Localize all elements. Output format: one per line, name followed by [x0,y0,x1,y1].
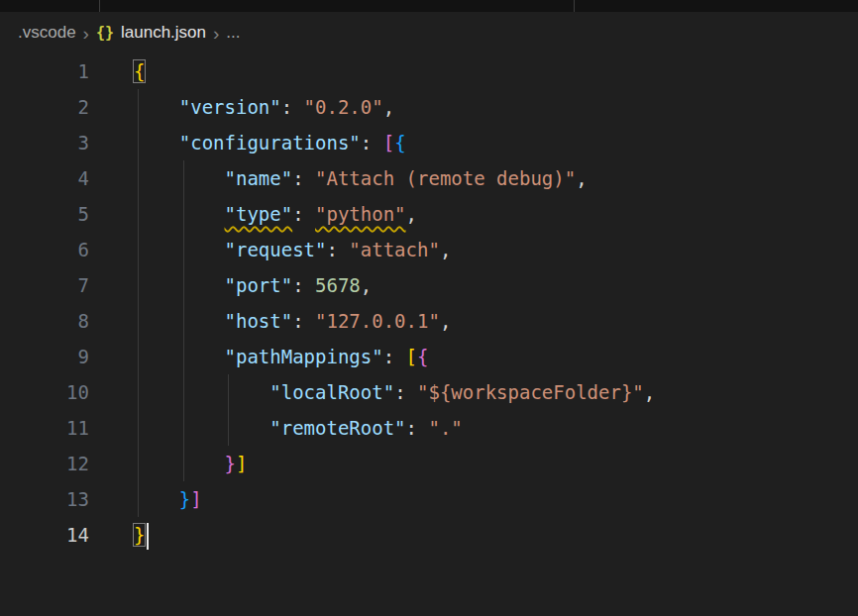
code-token: [ [406,346,417,367]
code-token: "python" [315,203,406,225]
line-number[interactable]: 14 [0,517,89,553]
code-token: "version" [179,96,281,118]
breadcrumb: .vscode › {} launch.json › ... [0,12,858,53]
code-token: : [292,167,315,189]
code-line[interactable]: 2 "version": "0.2.0", [0,89,858,125]
code-token: "." [428,417,462,439]
code-text: }] [89,446,247,481]
matched-bracket: } [134,524,145,546]
code-token [134,310,225,332]
line-number[interactable]: 11 [0,410,89,446]
line-number[interactable]: 4 [0,160,89,196]
line-number[interactable]: 8 [0,303,89,339]
indent-guide [183,160,184,481]
code-line[interactable]: 14} [0,517,858,553]
code-token: "request" [225,239,327,260]
code-text: }] [89,481,202,517]
code-token: , [644,381,655,403]
code-line[interactable]: 13 }] [0,481,858,517]
code-token: : [281,96,304,118]
line-number[interactable]: 5 [0,196,89,232]
tab-separator [574,0,575,12]
code-token [134,488,179,510]
code-token: "pathMappings" [225,346,383,367]
code-text: "request": "attach", [89,232,451,267]
code-token: : [394,381,417,403]
code-token: } [179,488,190,510]
code-token: ] [190,488,201,510]
line-number[interactable]: 2 [0,89,89,125]
code-line[interactable]: 7 "port": 5678, [0,267,858,303]
code-lines: 1{2 "version": "0.2.0",3 "configurations… [0,53,858,553]
code-line[interactable]: 11 "remoteRoot": "." [0,410,858,446]
matched-bracket: { [134,60,145,82]
code-token: "name" [225,167,293,189]
code-token [134,132,179,154]
code-token: "127.0.0.1" [315,310,440,332]
code-token: , [383,96,394,118]
code-text: { [89,53,145,89]
code-line[interactable]: 4 "name": "Attach (remote debug)", [0,160,858,196]
code-token [134,203,225,225]
code-token: "0.2.0" [304,96,383,118]
code-token: "remoteRoot" [269,417,405,439]
code-line[interactable]: 1{ [0,53,858,89]
code-text: "host": "127.0.0.1", [89,303,451,339]
line-number[interactable]: 10 [0,374,89,410]
breadcrumb-symbol-more[interactable]: ... [226,23,240,43]
code-token: : [326,239,349,260]
code-token [134,381,269,403]
breadcrumb-file[interactable]: launch.json [121,23,206,43]
code-line[interactable]: 6 "request": "attach", [0,232,858,267]
code-token [134,167,225,189]
tab-separator [99,0,100,12]
code-token [134,239,225,260]
code-text: "localRoot": "${workspaceFolder}", [89,374,655,410]
code-line[interactable]: 5 "type": "python", [0,196,858,232]
code-line[interactable]: 10 "localRoot": "${workspaceFolder}", [0,374,858,410]
code-token [134,96,179,118]
code-line[interactable]: 9 "pathMappings": [{ [0,339,858,374]
code-token: "port" [225,274,293,296]
code-token [134,274,225,296]
text-cursor [147,523,149,550]
breadcrumb-folder[interactable]: .vscode [18,23,76,43]
line-number[interactable]: 6 [0,232,89,267]
vscode-editor-window: .vscode › {} launch.json › ... 1{2 "vers… [0,0,858,616]
code-token: , [576,167,587,189]
line-number[interactable]: 12 [0,446,89,481]
code-token: : [406,417,429,439]
code-token: "host" [225,310,293,332]
code-text: "pathMappings": [{ [89,339,428,374]
code-editor[interactable]: 1{2 "version": "0.2.0",3 "configurations… [0,53,858,616]
line-number[interactable]: 7 [0,267,89,303]
line-number[interactable]: 13 [0,481,89,517]
code-token: : [292,203,315,225]
code-token: "attach" [349,239,440,260]
indent-guide [138,89,139,517]
code-token: } [225,453,236,474]
code-token: : [361,132,383,154]
code-text: "version": "0.2.0", [89,89,394,125]
line-number[interactable]: 1 [0,53,89,89]
code-token: , [440,310,451,332]
code-token: , [440,239,451,260]
code-token: "type" [225,203,293,225]
code-text: "remoteRoot": "." [89,410,463,446]
code-token: { [394,132,405,154]
chevron-right-icon: › [213,24,219,43]
code-token: "${workspaceFolder}" [417,381,644,403]
code-token: "configurations" [179,132,361,154]
code-token: { [417,346,428,367]
code-line[interactable]: 3 "configurations": [{ [0,125,858,160]
code-line[interactable]: 8 "host": "127.0.0.1", [0,303,858,339]
code-text: "name": "Attach (remote debug)", [89,160,588,196]
code-line[interactable]: 12 }] [0,446,858,481]
code-token [134,453,225,474]
code-text: "configurations": [{ [89,125,406,160]
code-token: : [292,274,315,296]
code-text: "port": 5678, [89,267,372,303]
line-number[interactable]: 9 [0,339,89,374]
line-number[interactable]: 3 [0,125,89,160]
code-token: [ [383,132,394,154]
